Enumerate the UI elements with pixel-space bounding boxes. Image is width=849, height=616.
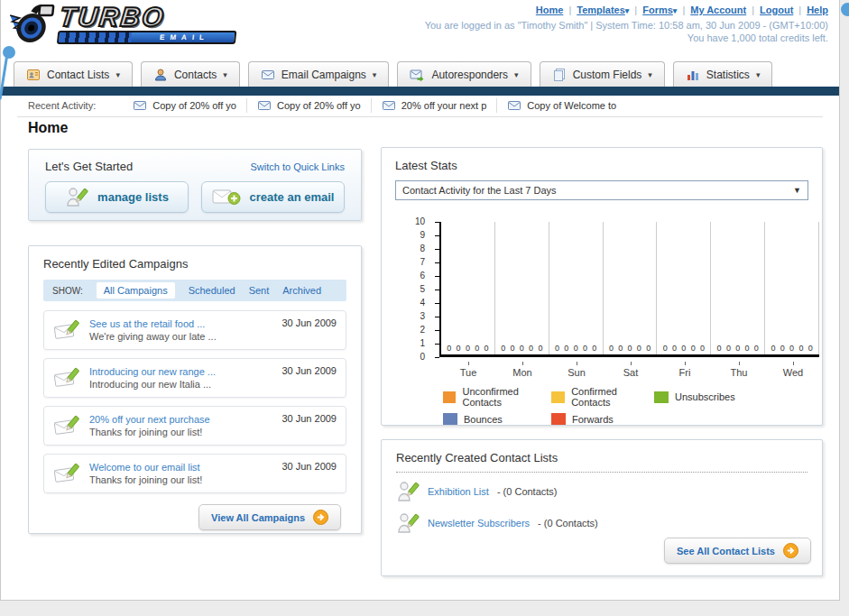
contact-list-name-link[interactable]: Exhibition List xyxy=(428,486,489,497)
y-axis-label: 4 xyxy=(420,298,425,308)
dotted-divider xyxy=(396,472,807,473)
contact-list-item[interactable]: Exhibition List- (0 Contacts) xyxy=(396,479,807,504)
bar-value-label: 0 xyxy=(789,344,794,353)
campaign-texts: Welcome to our email listThanks for join… xyxy=(89,461,272,486)
contact-list-name-link[interactable]: Newsletter Subscribers xyxy=(428,518,530,529)
person-pencil-icon xyxy=(396,510,420,536)
legend-item: Confirmed Contacts xyxy=(551,386,654,408)
get-started-title: Let's Get Started xyxy=(45,160,133,173)
recent-activity-item-label: Copy of Welcome to xyxy=(527,100,616,111)
chart-day-group: 00000 xyxy=(765,222,819,354)
stats-period-select[interactable]: Contact Activity for the Last 7 Days ▼ xyxy=(395,180,808,200)
envelope-pencil-icon xyxy=(53,461,80,486)
filter-sent[interactable]: Sent xyxy=(249,285,270,296)
recent-activity-item-label: Copy of 20% off yo xyxy=(152,100,236,111)
contact-list-item[interactable]: Newsletter Subscribers- (0 Contacts) xyxy=(396,510,807,536)
get-started-panel: Let's Get Started Switch to Quick Links … xyxy=(28,149,362,221)
manage-lists-label: manage lists xyxy=(97,190,169,204)
view-all-campaigns-button[interactable]: View All Campaigns xyxy=(198,504,341,530)
axis-tick xyxy=(435,290,439,290)
top-link-my-account[interactable]: My Account xyxy=(690,5,746,15)
campaign-item[interactable]: Welcome to our email listThanks for join… xyxy=(43,454,346,493)
tab-contact-lists[interactable]: Contact Lists▾ xyxy=(14,61,133,87)
campaign-item[interactable]: See us at the retail food ...We're givin… xyxy=(43,310,346,350)
separator: | xyxy=(798,5,801,15)
filter-scheduled[interactable]: Scheduled xyxy=(189,285,235,296)
campaign-subtitle: Introducing our new Italia ... xyxy=(89,378,272,391)
switch-quick-links-link[interactable]: Switch to Quick Links xyxy=(250,161,345,172)
axis-tick xyxy=(435,330,439,331)
see-all-contact-lists-button[interactable]: See All Contact Lists xyxy=(664,538,811,564)
x-axis-label-text: Wed xyxy=(783,367,803,378)
tab-contacts[interactable]: Contacts▾ xyxy=(141,61,240,87)
top-link-logout[interactable]: Logout xyxy=(760,5,793,15)
filter-archived[interactable]: Archived xyxy=(282,285,321,296)
axis-tick xyxy=(435,303,439,304)
value-labels: 00000 xyxy=(496,344,548,353)
campaign-item[interactable]: 20% off your next purchaseThanks for joi… xyxy=(43,406,346,446)
envelope-icon xyxy=(261,68,275,82)
tab-statistics[interactable]: Statistics▾ xyxy=(673,61,773,87)
x-axis-label-text: Tue xyxy=(460,367,477,378)
create-email-button[interactable]: create an email xyxy=(201,181,345,213)
top-link-forms[interactable]: Forms ▾ xyxy=(642,5,677,15)
separator: | xyxy=(568,5,571,15)
tab-email-campaigns[interactable]: Email Campaigns▾ xyxy=(248,61,390,87)
envelope-plus-icon xyxy=(212,187,241,208)
show-label: SHOW: xyxy=(52,286,83,296)
tab-custom-fields[interactable]: Custom Fields▾ xyxy=(540,61,665,87)
chevron-down-icon: ▾ xyxy=(514,70,519,79)
main-window: TURBO EMAIL Home|Templates ▾|Forms ▾|My … xyxy=(0,0,840,601)
x-axis-label-text: Fri xyxy=(679,367,691,378)
person-pencil-icon xyxy=(65,186,88,209)
campaign-date: 30 Jun 2009 xyxy=(281,365,337,376)
bar-value-label: 0 xyxy=(798,344,803,353)
recent-activity-item[interactable]: Copy of 20% off yo xyxy=(247,98,372,113)
x-axis-label-text: Sat xyxy=(623,367,639,378)
logo-text: TURBO EMAIL xyxy=(57,5,240,44)
separator: | xyxy=(634,5,637,15)
campaign-title-link[interactable]: See us at the retail food ... xyxy=(89,317,272,330)
y-axis-labels: 012345678910 xyxy=(405,222,432,357)
campaign-title-link[interactable]: Introducing our new range ... xyxy=(89,365,272,378)
bar-value-label: 0 xyxy=(717,344,722,353)
bar-value-label: 0 xyxy=(618,344,623,353)
top-link-templates[interactable]: Templates ▾ xyxy=(577,5,629,15)
chevron-down-icon: ▾ xyxy=(625,6,630,15)
bar-value-label: 0 xyxy=(484,344,489,353)
campaign-title-link[interactable]: 20% off your next purchase xyxy=(89,413,272,426)
campaign-date: 30 Jun 2009 xyxy=(281,461,337,472)
top-link-help[interactable]: Help xyxy=(807,5,828,15)
login-status: You are logged in as "Timothy Smith" | S… xyxy=(425,19,828,44)
envelope-icon xyxy=(257,98,272,113)
contact-activity-chart: 012345678910 000000000000000000000000000… xyxy=(382,222,822,402)
filter-all-campaigns[interactable]: All Campaigns xyxy=(97,282,175,299)
contact-list-count: - (0 Contacts) xyxy=(538,518,598,529)
bar-value-label: 0 xyxy=(771,344,775,353)
tab-label: Custom Fields xyxy=(573,69,642,81)
recent-activity-item[interactable]: Copy of 20% off yo xyxy=(123,98,247,113)
bar-value-label: 0 xyxy=(501,344,505,353)
axis-tick xyxy=(435,235,439,236)
manage-lists-button[interactable]: manage lists xyxy=(45,181,189,213)
bar-value-label: 0 xyxy=(466,344,470,353)
bar-value-label: 0 xyxy=(555,344,559,353)
recent-activity-item[interactable]: Copy of Welcome to xyxy=(497,98,626,113)
get-started-buttons: manage lists create an email xyxy=(45,181,345,213)
bar-value-label: 0 xyxy=(564,344,568,353)
campaign-texts: See us at the retail food ...We're givin… xyxy=(89,317,272,343)
logo-title: TURBO xyxy=(58,5,239,30)
campaign-title-link[interactable]: Welcome to our email list xyxy=(89,461,272,473)
legend-swatch xyxy=(443,413,457,425)
x-axis-label: Wed xyxy=(766,362,820,378)
axis-tick xyxy=(685,362,686,365)
campaign-item[interactable]: Introducing our new range ...Introducing… xyxy=(43,358,346,398)
x-axis-label: Thu xyxy=(712,362,766,378)
top-link-home[interactable]: Home xyxy=(536,5,564,15)
envelope-pencil-icon xyxy=(53,365,80,391)
campaign-texts: 20% off your next purchaseThanks for joi… xyxy=(89,413,272,438)
recent-activity-item[interactable]: 20% off your next p xyxy=(372,98,498,113)
tab-autoresponders[interactable]: Autoresponders▾ xyxy=(397,61,531,87)
create-email-label: create an email xyxy=(250,190,335,204)
bar-value-label: 0 xyxy=(447,344,451,353)
